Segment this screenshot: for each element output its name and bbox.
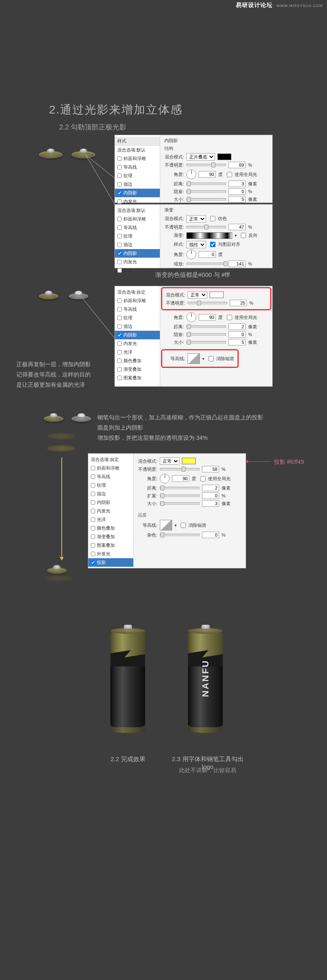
contour-picker[interactable] — [188, 353, 200, 364]
row-innerglow-2[interactable]: 内发光 — [115, 258, 160, 266]
row-stroke-3[interactable]: 描边 — [115, 322, 160, 331]
cb-bevel[interactable] — [117, 156, 122, 161]
align-cb[interactable]: 与图层对齐 — [208, 241, 240, 248]
angle-dial-3[interactable] — [186, 312, 196, 322]
cb-innershadow[interactable] — [117, 191, 122, 195]
angle-input[interactable] — [199, 171, 216, 178]
row-bevel-3[interactable]: 斜面和浮雕 — [115, 296, 160, 305]
reverse-cb[interactable]: 反向 — [239, 232, 258, 239]
contour-picker-4[interactable] — [160, 520, 172, 530]
size-slider-3[interactable] — [186, 341, 226, 343]
distance-slider-3[interactable] — [186, 325, 226, 328]
global-light[interactable]: 使用全局光 — [225, 171, 257, 178]
row-blend-custom-4[interactable]: 混合选项:自定 — [88, 455, 133, 464]
angle-dial-2[interactable] — [186, 249, 196, 259]
opacity-slider-3[interactable] — [188, 302, 227, 304]
row-dropshadow-4[interactable]: 投影 — [88, 558, 133, 567]
distance-input-4[interactable] — [202, 485, 219, 491]
row-texture[interactable]: 纹理 — [115, 172, 160, 180]
row-stroke-4[interactable]: 描边 — [88, 490, 133, 498]
angle-dial-4[interactable] — [160, 474, 170, 483]
size-input[interactable] — [228, 196, 246, 203]
antialias-cb[interactable]: 消除锯齿 — [207, 355, 234, 363]
angle-input-4[interactable] — [172, 475, 189, 482]
row-innershadow[interactable]: 内阴影 — [115, 189, 160, 197]
row-texture-2[interactable]: 纹理 — [115, 232, 160, 241]
color-swatch[interactable] — [217, 154, 231, 160]
spread-input-4[interactable] — [202, 492, 219, 499]
row-satin-2[interactable]: 光泽 — [115, 266, 160, 275]
cb-innerglow[interactable] — [117, 199, 122, 204]
style-select[interactable]: 线性 — [186, 241, 206, 248]
row-stroke-2[interactable]: 描边 — [115, 241, 160, 249]
row-texture-3[interactable]: 纹理 — [115, 314, 160, 322]
color-swatch-3[interactable] — [210, 292, 224, 298]
cb-contour[interactable] — [117, 165, 122, 169]
row-pattern-3[interactable]: 图案叠加 — [115, 374, 160, 382]
cb-stroke[interactable] — [117, 182, 122, 187]
row-texture-4[interactable]: 纹理 — [88, 481, 133, 490]
antialias-cb-4[interactable]: 消除锯齿 — [179, 521, 206, 529]
distance-input-3[interactable] — [228, 323, 246, 330]
row-innerglow-4[interactable]: 内发光 — [88, 507, 133, 515]
choke-input[interactable] — [228, 188, 246, 195]
opacity-slider[interactable] — [186, 164, 226, 166]
blendmode-select-2[interactable]: 正常 — [186, 215, 206, 223]
row-pattern-4[interactable]: 图案叠加 — [88, 541, 133, 550]
noise-input-4[interactable] — [202, 532, 219, 538]
row-contour-2[interactable]: 等高线 — [115, 223, 160, 232]
row-contour[interactable]: 等高线 — [115, 163, 160, 172]
row-blend-default[interactable]: 混合选项:默认 — [115, 146, 160, 154]
row-contour-3[interactable]: 等高线 — [115, 305, 160, 314]
row-blend-default-2[interactable]: 混合选项:默认 — [115, 206, 160, 215]
angle-input-3[interactable] — [199, 314, 216, 321]
spread-slider-4[interactable] — [160, 494, 199, 497]
distance-slider-4[interactable] — [160, 487, 199, 489]
row-color-4[interactable]: 颜色叠加 — [88, 524, 133, 532]
row-satin-3[interactable]: 光泽 — [115, 348, 160, 356]
blendmode-select[interactable]: 正片叠底 — [186, 153, 215, 160]
row-grad-4[interactable]: 渐变叠加 — [88, 532, 133, 541]
row-innershadow-2[interactable]: 内阴影 — [115, 249, 160, 258]
row-bevel[interactable]: 斜面和浮雕 — [115, 154, 160, 163]
row-innerglow-3[interactable]: 内发光 — [115, 339, 160, 348]
row-innershadow-4[interactable]: 内阴影 — [88, 498, 133, 507]
choke-slider[interactable] — [186, 190, 226, 193]
cb-texture[interactable] — [117, 174, 122, 178]
row-blend-custom-3[interactable]: 混合选项:自定 — [115, 288, 160, 296]
scale-slider[interactable] — [186, 263, 226, 265]
choke-slider-3[interactable] — [186, 333, 226, 336]
global-light-3[interactable]: 使用全局光 — [225, 314, 257, 321]
row-stroke[interactable]: 描边 — [115, 180, 160, 189]
distance-slider[interactable] — [186, 183, 226, 185]
row-contour-4[interactable]: 等高线 — [88, 472, 133, 481]
color-swatch-4[interactable] — [182, 458, 196, 464]
size-slider-4[interactable] — [160, 502, 199, 505]
scale-input[interactable] — [228, 261, 246, 267]
blendmode-select-3[interactable]: 正常 — [188, 291, 207, 298]
gradient-picker[interactable] — [186, 232, 232, 239]
opacity-input-3[interactable] — [230, 300, 247, 306]
size-slider[interactable] — [186, 198, 226, 200]
opacity-input-4[interactable] — [202, 466, 219, 472]
noise-slider-4[interactable] — [160, 534, 199, 536]
choke-input-3[interactable] — [228, 331, 246, 338]
opacity-slider-2[interactable] — [186, 226, 226, 228]
opacity-input-2[interactable] — [228, 224, 246, 230]
row-bevel-4[interactable]: 斜面和浮雕 — [88, 464, 133, 472]
size-input-3[interactable] — [228, 339, 246, 345]
blendmode-select-4[interactable]: 正常 — [160, 457, 179, 465]
size-input-4[interactable] — [202, 500, 219, 507]
opacity-slider-4[interactable] — [160, 468, 199, 470]
row-innershadow-3[interactable]: 内阴影 — [115, 331, 160, 339]
distance-input[interactable] — [228, 180, 246, 187]
angle-input-2[interactable] — [199, 251, 216, 258]
angle-dial[interactable] — [186, 169, 196, 179]
row-color-3[interactable]: 颜色叠加 — [115, 356, 160, 365]
row-outerglow-4[interactable]: 外发光 — [88, 550, 133, 558]
row-satin-4[interactable]: 光泽 — [88, 515, 133, 524]
global-light-4[interactable]: 使用全局光 — [199, 475, 231, 483]
opacity-input[interactable] — [228, 162, 246, 168]
row-bevel-2[interactable]: 斜面和浮雕 — [115, 215, 160, 223]
row-grad-3[interactable]: 渐变叠加 — [115, 365, 160, 374]
